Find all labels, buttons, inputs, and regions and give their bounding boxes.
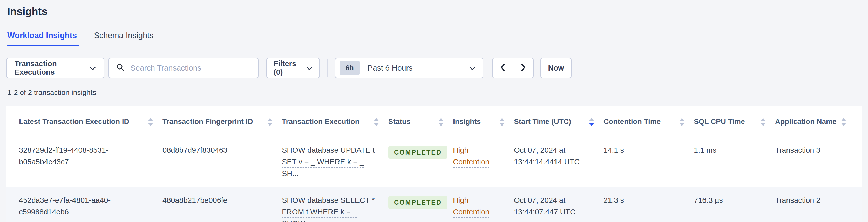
- column-header-start-time[interactable]: Start Time (UTC): [514, 118, 603, 137]
- column-header-label: Transaction Fingerprint ID: [162, 118, 253, 129]
- cell-status: COMPLETED: [388, 137, 453, 187]
- cell-execution-id: 328729d2-ff19-4408-8531-b05a5b4e43c7: [19, 137, 162, 187]
- chevron-left-icon: [500, 63, 505, 73]
- time-range-picker[interactable]: 6h Past 6 Hours: [335, 58, 483, 78]
- workload-type-select-value: Transaction Executions: [14, 59, 89, 76]
- column-header-label: Insights: [453, 118, 481, 129]
- cell-sql-cpu-time: 716.3 µs: [694, 187, 775, 222]
- column-header-label: Start Time (UTC): [514, 118, 571, 129]
- cell-contention-time: 21.3 s: [603, 187, 694, 222]
- insights-page: Insights Workload Insights Schema Insigh…: [0, 0, 868, 222]
- time-range-badge: 6h: [340, 61, 360, 75]
- controls-row: Transaction Executions Filters (0) 6h: [6, 58, 862, 78]
- now-button-label: Now: [548, 64, 564, 72]
- cell-transaction-execution: SHOW database SELECT * FROM t WHERE k = …: [282, 187, 388, 222]
- chevron-down-icon: [306, 64, 312, 72]
- cell-insights: High Contention: [453, 137, 514, 187]
- page-title: Insights: [6, 0, 862, 18]
- sort-icon[interactable]: [761, 118, 766, 126]
- sort-icon[interactable]: [148, 118, 153, 126]
- filters-button[interactable]: Filters (0): [266, 58, 320, 78]
- column-header-transaction-execution[interactable]: Transaction Execution: [282, 118, 388, 137]
- transaction-query-link[interactable]: SHOW database UPDATE t SET v = _ WHERE k…: [282, 146, 375, 178]
- sort-icon[interactable]: [679, 118, 684, 126]
- column-header-label: SQL CPU Time: [694, 118, 745, 129]
- chevron-down-icon: [89, 64, 96, 72]
- cell-transaction-execution: SHOW database UPDATE t SET v = _ WHERE k…: [282, 137, 388, 187]
- column-header-insights[interactable]: Insights: [453, 118, 514, 137]
- results-count: 1-2 of 2 transaction insights: [6, 89, 862, 97]
- column-header-label: Transaction Execution: [282, 118, 360, 129]
- transaction-query-link[interactable]: SHOW database SELECT * FROM t WHERE k = …: [282, 196, 375, 222]
- status-badge: COMPLETED: [388, 196, 447, 209]
- column-header-latest-transaction-execution-id[interactable]: Latest Transaction Execution ID: [19, 118, 162, 137]
- sort-icon[interactable]: [438, 118, 444, 126]
- cell-contention-time: 14.1 s: [603, 137, 694, 187]
- insight-link[interactable]: High Contention: [453, 196, 489, 216]
- insight-link[interactable]: High Contention: [453, 146, 489, 166]
- filters-button-label: Filters (0): [274, 59, 306, 76]
- time-range-label: Past 6 Hours: [368, 64, 462, 72]
- search-input[interactable]: [130, 64, 251, 72]
- cell-fingerprint-id: 08d8b7d97f830463: [162, 137, 282, 187]
- now-button[interactable]: Now: [540, 58, 571, 78]
- cell-application-name: Transaction 2: [775, 187, 856, 222]
- table-row: 452da3e7-e7fa-4801-aa40-c59988d14eb6 480…: [6, 187, 862, 222]
- cell-start-time: Oct 07, 2024 at 13:44:07.447 UTC: [514, 187, 603, 222]
- column-header-application-name[interactable]: Application Name: [775, 118, 856, 137]
- status-badge: COMPLETED: [388, 146, 447, 159]
- cell-status: COMPLETED: [388, 187, 453, 222]
- search-icon: [116, 63, 125, 73]
- table-row: 328729d2-ff19-4408-8531-b05a5b4e43c7 08d…: [6, 137, 862, 187]
- column-header-transaction-fingerprint-id[interactable]: Transaction Fingerprint ID: [162, 118, 282, 137]
- chevron-down-icon: [469, 64, 475, 72]
- column-header-contention-time[interactable]: Contention Time: [603, 118, 694, 137]
- controls-divider: [327, 59, 328, 76]
- time-range-next-button[interactable]: [513, 58, 534, 78]
- time-range-prev-button[interactable]: [492, 58, 513, 78]
- cell-fingerprint-id: 480a8b217be006fe: [162, 187, 282, 222]
- tab-workload-insights[interactable]: Workload Insights: [7, 31, 77, 46]
- column-header-sql-cpu-time[interactable]: SQL CPU Time: [694, 118, 775, 137]
- column-header-label: Latest Transaction Execution ID: [19, 118, 129, 129]
- search-box[interactable]: [108, 58, 258, 78]
- workload-type-select[interactable]: Transaction Executions: [6, 58, 104, 78]
- chevron-right-icon: [521, 63, 526, 73]
- cell-insights: High Contention: [453, 187, 514, 222]
- cell-execution-id: 452da3e7-e7fa-4801-aa40-c59988d14eb6: [19, 187, 162, 222]
- column-header-label: Status: [388, 118, 411, 129]
- column-header-status[interactable]: Status: [388, 118, 453, 137]
- sort-icon[interactable]: [267, 118, 273, 126]
- time-range-arrows: [492, 58, 534, 78]
- sort-icon[interactable]: [499, 118, 505, 126]
- table-header-row: Latest Transaction Execution ID Transact…: [6, 105, 862, 137]
- column-header-label: Contention Time: [603, 118, 661, 129]
- cell-application-name: Transaction 3: [775, 137, 856, 187]
- cell-start-time: Oct 07, 2024 at 13:44:14.4414 UTC: [514, 137, 603, 187]
- insights-table-card: Latest Transaction Execution ID Transact…: [6, 105, 862, 222]
- sort-icon[interactable]: [374, 118, 379, 126]
- sort-icon[interactable]: [841, 118, 846, 126]
- tab-schema-insights[interactable]: Schema Insights: [94, 31, 153, 46]
- cell-sql-cpu-time: 1.1 ms: [694, 137, 775, 187]
- column-header-label: Application Name: [775, 118, 836, 129]
- sort-icon[interactable]: [589, 118, 594, 126]
- tab-bar: Workload Insights Schema Insights: [6, 31, 862, 46]
